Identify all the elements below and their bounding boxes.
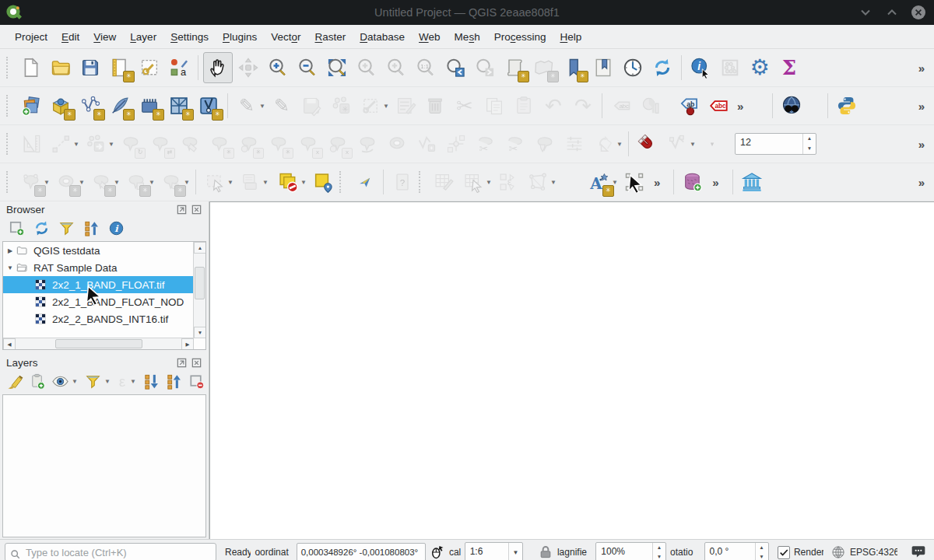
annotation-curve-button[interactable]: ✳: [17, 167, 45, 197]
save-layer-edits-button[interactable]: [297, 91, 325, 121]
layers-close-icon[interactable]: [191, 357, 202, 369]
minimize-button[interactable]: [858, 5, 873, 20]
tree-item[interactable]: 2x2_1_BAND_FLOAT_NOD: [3, 293, 194, 310]
browser-vscrollbar[interactable]: ▲ ▼: [193, 242, 205, 338]
menu-database[interactable]: Database: [353, 27, 412, 47]
digitize-shape-button[interactable]: [82, 129, 110, 159]
coordinate-input[interactable]: 0,000348926° -0,001080803°: [297, 543, 426, 560]
browser-add-layer-button[interactable]: [6, 218, 26, 238]
modify-annotations-button[interactable]: [620, 167, 648, 197]
browser-refresh-button[interactable]: [31, 218, 51, 238]
menu-project[interactable]: Project: [8, 27, 54, 47]
menu-mesh[interactable]: Mesh: [448, 27, 487, 47]
zoom-next-button[interactable]: [471, 53, 499, 82]
toolbar-drag-handle[interactable]: [419, 171, 424, 193]
menu-processing[interactable]: Processing: [487, 27, 553, 47]
spin-up-icon[interactable]: ▲: [756, 543, 768, 552]
close-button[interactable]: [911, 5, 926, 20]
zoom-to-selection-button[interactable]: [353, 53, 381, 82]
toggle-editing-button[interactable]: ✎: [268, 91, 296, 121]
delete-ring-button[interactable]: x: [294, 129, 322, 159]
menu-plugins[interactable]: Plugins: [216, 27, 264, 47]
offset-curve-button[interactable]: [353, 129, 381, 159]
crs-globe-icon[interactable]: [830, 544, 846, 560]
redo-button[interactable]: ↷: [569, 91, 597, 121]
new-gpx-button[interactable]: ✳: [135, 91, 163, 121]
layers-visibility-button[interactable]: [51, 371, 69, 391]
menu-web[interactable]: Web: [412, 27, 448, 47]
menu-settings[interactable]: Settings: [163, 27, 216, 47]
locator-input[interactable]: Type to locate (Ctrl+K): [5, 543, 216, 560]
zoom-in-button[interactable]: [264, 53, 292, 82]
python-console-button[interactable]: [833, 91, 861, 121]
toolbar-drag-handle[interactable]: [339, 171, 345, 193]
layers-visibility-button-dropdown[interactable]: ▼: [72, 378, 79, 385]
spin-down-icon[interactable]: ▼: [653, 552, 665, 560]
save-project-button[interactable]: [76, 53, 104, 82]
highlight-labels-button[interactable]: abc: [704, 91, 732, 121]
mesh-digitize-button[interactable]: ε: [494, 167, 522, 197]
menu-layer[interactable]: Layer: [123, 27, 163, 47]
browser-properties-button[interactable]: i: [106, 218, 126, 238]
reshape-button[interactable]: [383, 129, 411, 159]
pan-to-selection-button[interactable]: [234, 53, 262, 82]
add-part-button[interactable]: ✳: [265, 129, 293, 159]
spin-up-icon[interactable]: ▲: [803, 134, 816, 144]
layer-diagram-button[interactable]: [637, 91, 665, 121]
undo-button[interactable]: ↶: [539, 91, 567, 121]
scale-combo[interactable]: 1:6 ▼: [465, 542, 523, 560]
temporal-controller-button[interactable]: [619, 53, 647, 82]
annotation-circle-button[interactable]: ✳: [52, 167, 80, 197]
toolbar-drag-handle[interactable]: [6, 133, 12, 155]
select-features-button[interactable]: [201, 167, 229, 197]
layers-filter-expression-button[interactable]: ε: [117, 371, 128, 391]
pan-map-button[interactable]: [203, 52, 233, 83]
split-parts-button[interactable]: ✂: [501, 129, 529, 159]
maximize-button[interactable]: [884, 5, 900, 20]
vscroll-thumb[interactable]: [195, 267, 205, 299]
menu-edit[interactable]: Edit: [54, 27, 86, 47]
circular-string-button[interactable]: ↻: [117, 129, 145, 159]
toolbar3-overflow[interactable]: »: [914, 138, 929, 151]
fill-ring-button[interactable]: ✳: [205, 129, 234, 159]
merge-features-button[interactable]: [531, 129, 559, 159]
mesh-transform-button[interactable]: [524, 167, 552, 197]
map-canvas[interactable]: [209, 201, 934, 539]
tree-item[interactable]: 2x2_2_BANDS_INT16.tif: [3, 310, 194, 327]
toolbar1-overflow[interactable]: »: [914, 61, 929, 75]
render-checkbox[interactable]: [778, 546, 790, 559]
new-map-view-button[interactable]: ✳: [500, 53, 528, 82]
new-3d-map-view-button[interactable]: ✳: [530, 53, 558, 82]
annotation-rect-button[interactable]: ✳: [122, 167, 150, 197]
paste-features-button[interactable]: [510, 91, 538, 121]
add-ring-button[interactable]: ✳: [235, 129, 263, 159]
browser-float-icon[interactable]: [176, 204, 188, 215]
move-feature-button[interactable]: ⇄: [146, 129, 174, 159]
deselect-all-button[interactable]: [274, 167, 302, 197]
new-print-layout-button[interactable]: ✳: [106, 53, 134, 82]
toolbar-drag-handle[interactable]: [6, 171, 12, 193]
statistical-summary-button[interactable]: [716, 53, 744, 82]
annotation-polygon-button[interactable]: ✳: [157, 167, 185, 197]
rotate-symbols-button[interactable]: [590, 129, 618, 159]
toolbar-drag-handle[interactable]: [6, 95, 12, 117]
layers-remove-button[interactable]: [188, 371, 205, 391]
label-toolbar-overflow[interactable]: »: [732, 100, 748, 113]
identify-features-button[interactable]: i: [686, 53, 715, 82]
delete-selected-button[interactable]: [421, 91, 449, 121]
layers-filter-expression-button-dropdown[interactable]: ▼: [130, 378, 138, 385]
spin-up-icon[interactable]: ▲: [653, 543, 665, 552]
zoom-last-button[interactable]: [441, 53, 469, 82]
layers-list-empty[interactable]: [2, 394, 206, 537]
show-bookmarks-button[interactable]: [589, 53, 617, 82]
options-button[interactable]: ⚙: [746, 53, 774, 82]
zoom-full-button[interactable]: [323, 53, 351, 82]
spin-down-icon[interactable]: ▼: [803, 144, 816, 154]
extent-mouse-icon[interactable]: [430, 544, 445, 560]
magnifier-spinbox[interactable]: 100% ▲▼: [595, 542, 666, 560]
layer-labeling-button[interactable]: abc: [607, 91, 635, 121]
scroll-up-icon[interactable]: ▲: [194, 242, 206, 254]
new-geopackage-button[interactable]: ✳: [47, 91, 75, 121]
show-statistics-button[interactable]: Σ: [775, 53, 803, 82]
tree-item[interactable]: 2x2_1_BAND_FLOAT.tif: [3, 276, 194, 293]
